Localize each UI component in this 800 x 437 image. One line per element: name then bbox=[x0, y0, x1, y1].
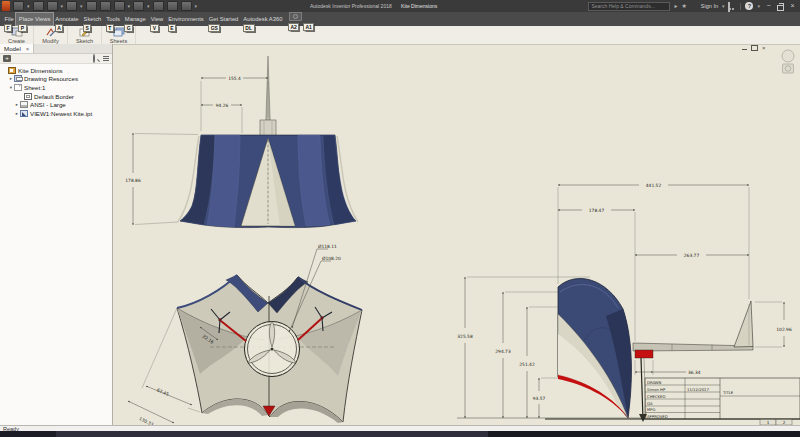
title-block-field: CHECKED bbox=[647, 394, 665, 399]
dimension-label[interactable]: 263.77 bbox=[684, 253, 700, 258]
favorites-star-icon[interactable]: ★ bbox=[681, 2, 686, 11]
dimension-label[interactable]: 325.58 bbox=[457, 334, 473, 339]
save-icon[interactable] bbox=[47, 1, 58, 11]
dimension-label[interactable]: 36.34 bbox=[688, 370, 701, 375]
dimension-label[interactable]: 441.52 bbox=[646, 183, 662, 188]
dim-tail-width[interactable]: 263.77 bbox=[635, 253, 749, 258]
dimension-label[interactable]: 294.73 bbox=[495, 349, 511, 354]
dim-front-outer-width[interactable]: 155.4 bbox=[201, 76, 268, 131]
new-caret-icon[interactable]: ▾ bbox=[27, 2, 30, 10]
dim-front-inner-width[interactable]: 94.26 bbox=[201, 103, 242, 133]
front-view[interactable]: 155.4 94.26 178.86 bbox=[125, 56, 358, 228]
tree-item-label: Default Border bbox=[34, 93, 74, 100]
dim-lower-height[interactable]: 93.57 bbox=[533, 378, 558, 418]
tab-tools[interactable]: Tools T bbox=[104, 13, 123, 25]
browser-tab-model[interactable]: Model × bbox=[0, 44, 34, 53]
viewcube[interactable] bbox=[782, 50, 794, 73]
measure-icon[interactable] bbox=[133, 1, 144, 11]
drawing-view-icon bbox=[20, 110, 28, 117]
doc-restore-icon[interactable] bbox=[751, 45, 758, 51]
bottom-view[interactable]: Ø118.11 Ø108.20 22.16 67.45 130.33 bbox=[128, 244, 362, 425]
tab-get-started[interactable]: Get Started GS bbox=[206, 13, 241, 25]
side-view[interactable]: 441.52 178.47 263.77 325.58 bbox=[457, 183, 792, 422]
dimension-label[interactable]: Ø108.20 bbox=[322, 256, 341, 261]
dim-inner-height[interactable]: 251.42 bbox=[519, 307, 558, 418]
dimension-label[interactable]: 130.33 bbox=[138, 416, 154, 425]
dim-fin-height[interactable]: 102.96 bbox=[755, 302, 792, 347]
dimension-label[interactable]: 102.96 bbox=[776, 327, 792, 332]
titlebar-right-cluster: ▸ ★ Sign In ▾ ? ▾ − × bbox=[588, 1, 797, 11]
tab-place-views[interactable]: Place Views P bbox=[16, 13, 52, 25]
home-caret-icon[interactable]: ▾ bbox=[128, 2, 131, 10]
parameters-icon[interactable] bbox=[181, 1, 192, 11]
material-icon[interactable] bbox=[153, 1, 164, 11]
dimension-label[interactable]: 178.86 bbox=[125, 178, 141, 183]
restore-button[interactable] bbox=[777, 5, 784, 11]
tab-manage[interactable]: Manage G bbox=[122, 13, 148, 25]
close-button[interactable]: × bbox=[788, 1, 797, 11]
screenshot-camera-icon[interactable] bbox=[289, 12, 302, 21]
tree-item-label: Kite Dimensions bbox=[18, 67, 63, 74]
browser-tree: Kite Dimensions ▸ Drawing Resources ▾ Sh… bbox=[0, 64, 112, 118]
tab-autodesk-a360[interactable]: Autodesk A360 DL bbox=[241, 13, 285, 25]
undo-icon[interactable] bbox=[66, 1, 77, 11]
tab-environments[interactable]: Environments E bbox=[166, 13, 206, 25]
measure-caret-icon[interactable]: ▾ bbox=[147, 2, 150, 10]
appearance-icon[interactable] bbox=[167, 1, 178, 11]
doc-close-icon[interactable]: × bbox=[762, 45, 766, 51]
dimension-label[interactable]: Ø118.11 bbox=[318, 244, 337, 249]
dimension-label[interactable]: 67.45 bbox=[156, 387, 170, 397]
help-caret-icon[interactable]: ▾ bbox=[757, 2, 760, 10]
dimension-label[interactable]: 178.47 bbox=[589, 208, 605, 213]
browser-add-icon[interactable]: + bbox=[3, 55, 11, 62]
sign-in-button[interactable]: Sign In bbox=[701, 3, 718, 9]
keytip-view: V bbox=[150, 24, 158, 32]
dim-wing-edge-long[interactable]: 130.33 bbox=[128, 401, 174, 425]
open-file-icon[interactable] bbox=[33, 1, 44, 11]
keytip-place-views: P bbox=[18, 24, 26, 32]
redo-icon[interactable] bbox=[86, 1, 97, 11]
tree-item-drawing-resources[interactable]: ▸ Drawing Resources bbox=[0, 75, 112, 84]
dimension-label[interactable]: 94.26 bbox=[216, 103, 229, 108]
drawing-canvas[interactable]: 155.4 94.26 178.86 bbox=[112, 44, 800, 425]
tree-item-sheet-1[interactable]: ▾ Sheet:1 bbox=[0, 83, 112, 92]
tab-annotate[interactable]: Annotate A bbox=[53, 13, 81, 25]
print-icon[interactable] bbox=[100, 1, 111, 11]
app-store-cart-icon[interactable] bbox=[728, 3, 736, 10]
undo-caret-icon[interactable]: ▾ bbox=[80, 2, 83, 10]
tree-item-ansi-large[interactable]: ▸ ANSI - Large bbox=[0, 100, 112, 109]
browser-close-icon[interactable]: × bbox=[26, 46, 30, 52]
dim-sail-height[interactable]: 294.73 bbox=[495, 292, 558, 418]
drawing-doc-icon bbox=[8, 67, 16, 74]
inventor-logo-icon[interactable] bbox=[2, 1, 10, 11]
keytip-get-started: GS bbox=[208, 24, 220, 32]
dim-strut-offset[interactable]: 36.34 bbox=[635, 360, 701, 375]
search-input[interactable] bbox=[588, 2, 670, 11]
browser-tab-label: Model bbox=[4, 45, 21, 52]
home-view-icon[interactable] bbox=[114, 1, 125, 11]
new-file-icon[interactable] bbox=[13, 1, 24, 11]
dimension-label[interactable]: 93.57 bbox=[533, 396, 546, 401]
dim-front-height[interactable]: 178.86 bbox=[125, 133, 198, 225]
taskbar[interactable] bbox=[0, 431, 800, 437]
tree-item-default-border[interactable]: Default Border bbox=[0, 92, 112, 101]
save-caret-icon[interactable]: ▾ bbox=[61, 2, 64, 10]
search-submit-icon[interactable]: ▸ bbox=[674, 2, 677, 11]
qat-customize-caret-icon[interactable]: ▾ bbox=[195, 2, 198, 10]
user-icon[interactable] bbox=[691, 3, 697, 10]
browser-search-icon[interactable] bbox=[93, 55, 100, 62]
tree-item-kite-dimensions[interactable]: Kite Dimensions bbox=[0, 66, 112, 75]
dimension-label[interactable]: 155.4 bbox=[228, 76, 241, 81]
tab-sketch[interactable]: Sketch S bbox=[81, 13, 104, 25]
title-block-author: Simon HP bbox=[647, 387, 666, 392]
tab-file[interactable]: File F bbox=[2, 13, 16, 25]
help-icon[interactable]: ? bbox=[745, 2, 753, 10]
doc-minimize-icon[interactable] bbox=[742, 49, 747, 50]
minimize-button[interactable]: − bbox=[764, 1, 773, 11]
tree-item-view1-newest-kite[interactable]: ▸ VIEW1:Newest Kite.ipt bbox=[0, 109, 112, 118]
sign-in-caret-icon[interactable]: ▾ bbox=[722, 2, 725, 10]
browser-menu-icon[interactable] bbox=[103, 56, 109, 61]
dimension-label[interactable]: 251.42 bbox=[519, 362, 535, 367]
tab-view[interactable]: View V bbox=[148, 13, 165, 25]
title-block-field: APPROVED bbox=[647, 414, 668, 419]
